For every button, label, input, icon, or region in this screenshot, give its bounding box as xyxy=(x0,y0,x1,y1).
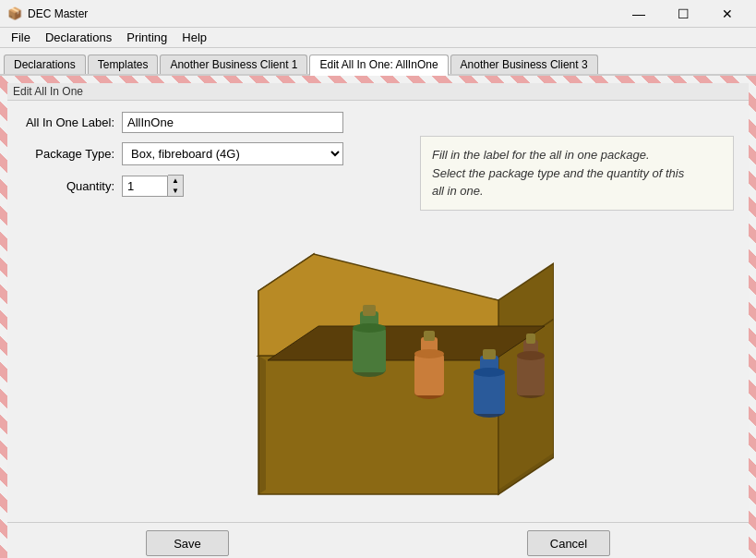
tab-client1[interactable]: Another Business Client 1 xyxy=(160,55,307,74)
menu-file[interactable]: File xyxy=(4,29,38,46)
main-content: Edit All In One All In One Label: Packag… xyxy=(0,76,756,558)
title-bar: 📦 DEC Master — ☐ ✕ xyxy=(0,0,756,28)
svg-rect-11 xyxy=(363,305,376,316)
spinner-down-button[interactable]: ▼ xyxy=(168,186,183,196)
box-svg xyxy=(203,208,554,522)
sub-header: Edit All In One xyxy=(7,83,749,101)
spinner-up-button[interactable]: ▲ xyxy=(168,176,183,186)
all-in-one-label-input[interactable] xyxy=(122,112,343,133)
title-bar-text: DEC Master xyxy=(28,7,618,20)
info-line2: Select the package type and the quantity… xyxy=(432,166,684,180)
title-bar-controls: — ☐ ✕ xyxy=(618,0,749,28)
quantity-spinner: ▲ ▼ xyxy=(122,175,184,197)
inner-panel: Edit All In One All In One Label: Packag… xyxy=(7,83,749,551)
svg-point-22 xyxy=(474,368,505,377)
spinner-buttons: ▲ ▼ xyxy=(168,175,184,197)
package-type-select[interactable]: Box, fibreboard (4G) Box, wood Box, plas… xyxy=(122,142,343,165)
info-box: Fill in the label for the all in one pac… xyxy=(420,136,734,211)
menu-declarations[interactable]: Declarations xyxy=(38,29,119,46)
package-type-label-text: Package Type: xyxy=(22,147,114,161)
quantity-input[interactable] xyxy=(122,176,168,197)
close-button[interactable]: ✕ xyxy=(706,0,749,28)
tab-bar: Declarations Templates Another Business … xyxy=(0,48,756,76)
svg-point-12 xyxy=(353,323,386,333)
all-in-one-label-row: All In One Label: xyxy=(22,112,734,133)
maximize-button[interactable]: ☐ xyxy=(662,0,704,28)
info-line1: Fill in the label for the all in one pac… xyxy=(432,148,650,162)
button-area: Save Cancel xyxy=(7,522,749,558)
all-in-one-label-text: All In One Label: xyxy=(22,115,114,129)
tab-client3[interactable]: Another Business Client 3 xyxy=(450,55,598,74)
svg-marker-28 xyxy=(258,356,266,494)
cancel-button[interactable]: Cancel xyxy=(527,530,610,556)
menu-bar: File Declarations Printing Help xyxy=(0,28,756,48)
app-icon: 📦 xyxy=(7,6,22,21)
svg-point-17 xyxy=(414,349,444,358)
quantity-label-text: Quantity: xyxy=(22,179,114,193)
svg-point-27 xyxy=(517,351,545,360)
tab-templates[interactable]: Templates xyxy=(88,55,159,74)
box-image-area xyxy=(7,208,749,522)
svg-rect-19 xyxy=(474,372,505,414)
sub-header-text: Edit All In One xyxy=(13,85,83,98)
svg-rect-9 xyxy=(353,328,386,372)
save-button[interactable]: Save xyxy=(146,530,229,556)
svg-rect-16 xyxy=(424,331,435,341)
svg-rect-26 xyxy=(526,334,535,344)
info-line3: all in one. xyxy=(432,184,484,198)
tab-declarations[interactable]: Declarations xyxy=(4,55,86,74)
minimize-button[interactable]: — xyxy=(618,0,660,28)
svg-rect-14 xyxy=(414,354,444,395)
svg-rect-21 xyxy=(483,349,496,359)
menu-printing[interactable]: Printing xyxy=(119,29,174,46)
tab-edit-all-in-one[interactable]: Edit All In One: AllInOne xyxy=(309,55,448,76)
svg-rect-24 xyxy=(517,356,545,395)
menu-help[interactable]: Help xyxy=(174,29,214,46)
svg-marker-0 xyxy=(258,356,498,494)
